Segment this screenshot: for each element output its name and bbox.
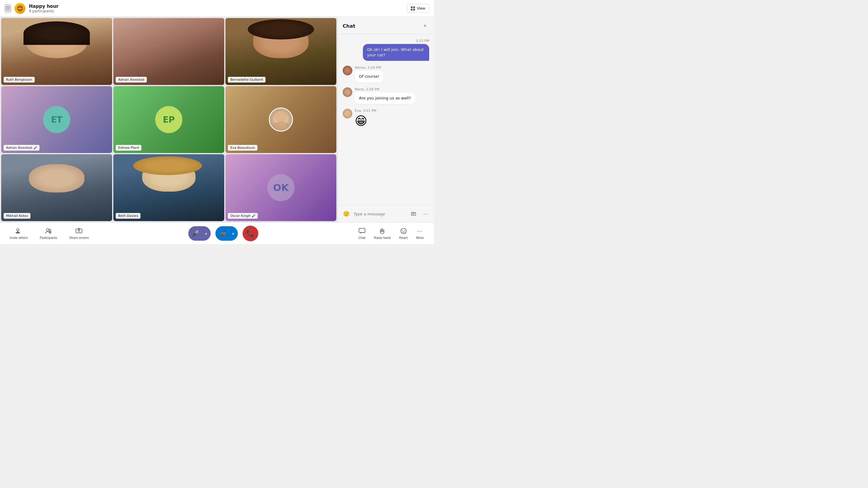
chat-toolbar-button[interactable]: Chat xyxy=(355,226,369,241)
muted-icon-et: 🎤 xyxy=(33,146,37,150)
end-call-button[interactable]: 📞 xyxy=(243,226,258,241)
svg-point-12 xyxy=(402,230,403,230)
share-screen-button[interactable]: Share screen xyxy=(67,226,91,241)
svg-rect-10 xyxy=(359,228,365,233)
chat-timestamp-mine: 2:53 PM xyxy=(343,39,429,43)
chat-more-button[interactable]: ⋯ xyxy=(421,209,430,219)
meeting-title: Happy hour xyxy=(29,4,59,9)
header: ☰ 😊 Happy hour 9 participants View xyxy=(0,0,434,17)
chat-message-marie: Marie, 2:58 PM Are you joining us as wel… xyxy=(343,87,429,104)
chat-msg-content-marie: Marie, 2:58 PM Are you joining us as wel… xyxy=(355,87,415,104)
react-button[interactable]: React xyxy=(396,226,411,241)
react-icon xyxy=(400,227,407,235)
video-cell-ruth: Ruth Bengtsson xyxy=(1,18,112,85)
more-label: More xyxy=(416,236,424,239)
chat-message-eva: Eva, 3:01 PM 😁 xyxy=(343,109,429,128)
participant-label-beth: Beth Davies xyxy=(116,213,141,219)
view-label: View xyxy=(417,6,425,10)
participant-name-bernadette: Bernadette Guibord xyxy=(230,78,263,82)
participant-name-ruth: Ruth Bengtsson xyxy=(6,78,32,82)
main-content: Ruth Bengtsson Adrian Alvestad Bernadett… xyxy=(0,17,434,222)
chat-emoji-button[interactable]: 🙂 xyxy=(341,209,351,219)
view-button[interactable]: View xyxy=(407,4,429,13)
muted-icon-oscar: 🎤 xyxy=(252,214,255,218)
avatar-ep: EP xyxy=(155,106,182,133)
participant-label-eva: Eva Beaudouin xyxy=(228,145,257,151)
video-cell-ep: EP Edmee Plant xyxy=(113,86,224,153)
svg-rect-4 xyxy=(16,233,20,233)
video-cell-bernadette: Bernadette Guibord xyxy=(225,18,336,85)
participant-label-oscar: Oscar Krogh 🎤 xyxy=(228,213,258,219)
participant-label-ep: Edmee Plant xyxy=(116,145,141,151)
invite-icon xyxy=(15,227,22,235)
participant-label-bernadette: Bernadette Guibord xyxy=(228,77,266,83)
chat-text-input[interactable] xyxy=(353,212,406,216)
toolbar-center: 🎤 ▲ 📹 ▲ 📞 xyxy=(91,226,355,241)
participants-button[interactable]: + Participants xyxy=(37,226,59,241)
mic-button[interactable]: 🎤 xyxy=(188,226,203,241)
eva-photo xyxy=(269,107,293,132)
svg-point-6 xyxy=(49,229,51,231)
invite-others-button[interactable]: Invite others xyxy=(7,226,30,241)
cam-chevron-button[interactable]: ▲ xyxy=(230,226,237,241)
participant-name-oscar: Oscar Krogh xyxy=(230,214,250,218)
header-left: ☰ 😊 Happy hour 9 participants xyxy=(5,3,59,14)
meeting-info: Happy hour 9 participants xyxy=(29,4,59,13)
video-grid: Ruth Bengtsson Adrian Alvestad Bernadett… xyxy=(0,17,338,222)
video-cell-eva: Eva Beaudouin xyxy=(225,86,336,153)
svg-rect-0 xyxy=(411,213,415,216)
chat-emoji-eva: 😁 xyxy=(355,114,376,128)
chat-avatar-adrian xyxy=(343,66,352,75)
chat-msg-content-eva: Eva, 3:01 PM 😁 xyxy=(355,109,376,128)
chat-message-adrian: Adrian, 2:54 PM Of course! xyxy=(343,66,429,82)
avatar-et: ET xyxy=(43,106,70,133)
chat-messages: 2:53 PM Ok ok! I will join. What about y… xyxy=(338,34,434,205)
share-label: Share screen xyxy=(69,236,89,239)
more-icon: ⋯ xyxy=(416,227,424,235)
chat-avatar-marie xyxy=(343,87,352,97)
video-cell-beth: b Beth Davies xyxy=(113,154,224,221)
svg-point-13 xyxy=(404,230,404,230)
raise-hand-icon xyxy=(378,227,386,235)
participant-name-et: Adrian Alvestad xyxy=(6,146,32,150)
svg-text:+: + xyxy=(50,231,51,233)
chat-toolbar-label: Chat xyxy=(358,236,365,239)
more-button[interactable]: ⋯ More xyxy=(413,226,427,241)
chat-bubble-mine: Ok ok! I will join. What about your cat? xyxy=(363,44,429,61)
invite-label: Invite others xyxy=(10,236,28,239)
chat-toolbar-icon xyxy=(358,227,366,235)
mic-ctrl-group: 🎤 ▲ xyxy=(188,226,211,241)
header-right: View xyxy=(407,4,429,13)
chat-sender-time-eva: Eva, 3:01 PM xyxy=(355,109,376,113)
mic-control-group: 🎤 ▲ xyxy=(188,226,211,241)
menu-button[interactable]: ☰ xyxy=(5,4,11,12)
chat-bubble-adrian: Of course! xyxy=(355,71,384,82)
participant-label-ruth: Ruth Bengtsson xyxy=(4,77,35,83)
react-label: React xyxy=(399,236,408,239)
participant-name-ep: Edmee Plant xyxy=(118,146,139,150)
participants-icon: + xyxy=(45,227,52,235)
cam-ctrl-group: 📹 ▲ xyxy=(216,226,238,241)
video-cell-et: ET Adrian Alvestad 🎤 xyxy=(1,86,112,153)
chat-input-area: 🙂 ⋯ xyxy=(338,205,434,222)
camera-button[interactable]: 📹 xyxy=(216,226,230,241)
chat-sender-time-adrian: Adrian, 2:54 PM xyxy=(355,66,384,70)
share-screen-icon xyxy=(75,227,83,235)
video-cell-adrian: Adrian Alvestad xyxy=(113,18,224,85)
chat-bubble-marie: Are you joining us as well? xyxy=(355,93,415,104)
svg-point-11 xyxy=(401,228,406,234)
chat-attach-button[interactable] xyxy=(409,209,418,219)
svg-point-5 xyxy=(46,229,49,231)
view-grid-icon xyxy=(411,6,415,10)
video-cell-oscar: OK Oscar Krogh 🎤 xyxy=(225,154,336,221)
chat-mine-group: 2:53 PM Ok ok! I will join. What about y… xyxy=(343,39,429,61)
raise-hand-button[interactable]: Raise hand xyxy=(371,226,394,241)
chat-sender-time-marie: Marie, 2:58 PM xyxy=(355,87,415,91)
toolbar-right: Chat Raise hand React xyxy=(355,226,427,241)
participant-name-mikhail: Mikhail Kotov xyxy=(6,214,28,218)
chat-close-button[interactable]: × xyxy=(421,22,429,30)
meeting-participants: 9 participants xyxy=(29,9,59,13)
chat-header: Chat × xyxy=(338,17,434,34)
mic-chevron-button[interactable]: ▲ xyxy=(203,226,210,241)
avatar-oscar: OK xyxy=(267,174,294,201)
